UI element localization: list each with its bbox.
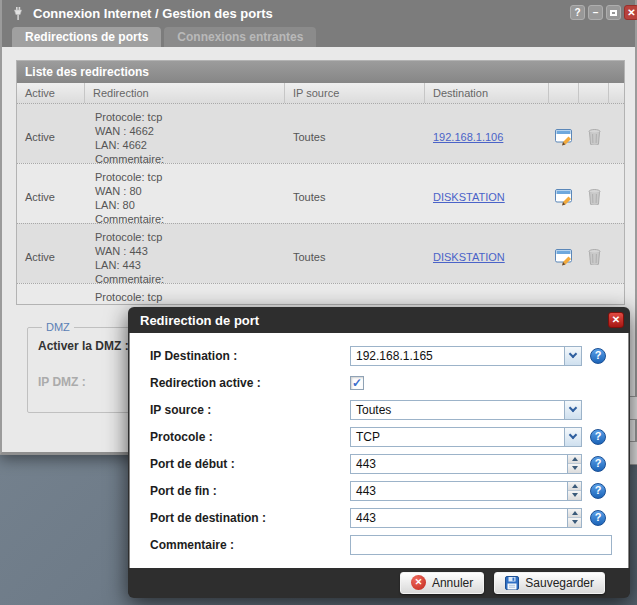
cancel-x-icon: ✕ bbox=[411, 575, 426, 590]
tab-redirections-de-ports[interactable]: Redirections de ports bbox=[12, 27, 161, 47]
dialog-body: IP Destination : 192.168.1.165 ? Redirec… bbox=[129, 333, 629, 568]
spin-up-icon[interactable] bbox=[568, 509, 581, 518]
port-fin-value: 443 bbox=[351, 482, 567, 500]
help-icon[interactable]: ? bbox=[590, 483, 606, 499]
row-active-status: Active bbox=[17, 104, 85, 170]
ip-source-label: IP source : bbox=[150, 403, 350, 417]
help-icon[interactable]: ? bbox=[590, 429, 606, 445]
row-ip-source: Toutes bbox=[285, 224, 425, 290]
cancel-button[interactable]: ✕ Annuler bbox=[400, 572, 484, 594]
row-redirection-details: Protocole: tcp bbox=[85, 284, 285, 304]
field-port-destination: Port de destination : 443 ? bbox=[130, 504, 628, 531]
port-destination-label: Port de destination : bbox=[150, 511, 350, 525]
delete-row-button[interactable] bbox=[579, 224, 609, 290]
row-active-status: Active bbox=[17, 224, 85, 290]
window-title: Connexion Internet / Gestion des ports bbox=[33, 6, 273, 21]
column-header-delete bbox=[579, 83, 609, 103]
dialog-title: Redirection de port bbox=[128, 313, 259, 328]
chevron-down-icon[interactable] bbox=[564, 401, 581, 419]
dialog-header: Redirection de port ✕ bbox=[128, 307, 630, 333]
field-port-debut: Port de début : 443 ? bbox=[130, 450, 628, 477]
table-row: Protocole: tcp bbox=[17, 283, 624, 304]
dialog-footer: ✕ Annuler Sauvegarder bbox=[128, 568, 630, 597]
row-active-status: Active bbox=[17, 164, 85, 230]
column-header-edit bbox=[549, 83, 579, 103]
help-window-button[interactable]: ? bbox=[570, 5, 585, 20]
row-ip-source: Toutes bbox=[285, 104, 425, 170]
network-plug-icon bbox=[10, 6, 26, 22]
help-icon[interactable]: ? bbox=[590, 510, 606, 526]
spin-up-icon[interactable] bbox=[568, 482, 581, 491]
edit-icon bbox=[555, 249, 574, 266]
spin-up-icon[interactable] bbox=[568, 455, 581, 464]
delete-row-button[interactable] bbox=[579, 164, 609, 230]
spin-down-icon[interactable] bbox=[568, 517, 581, 527]
destination-link[interactable]: DISKSTATION bbox=[433, 191, 505, 203]
row-filler bbox=[609, 164, 624, 230]
edit-row-button[interactable] bbox=[549, 224, 579, 290]
protocole-select[interactable]: TCP bbox=[350, 427, 582, 447]
port-debut-label: Port de début : bbox=[150, 457, 350, 471]
chevron-down-icon[interactable] bbox=[564, 428, 581, 446]
tab-bar: Redirections de ports Connexions entrant… bbox=[2, 27, 635, 47]
row-filler bbox=[609, 104, 624, 170]
dmz-legend: DMZ bbox=[42, 321, 74, 333]
edit-row-button[interactable] bbox=[549, 104, 579, 170]
row-redirection-details: Protocole: tcp WAN : 443 LAN: 443 Commen… bbox=[85, 224, 285, 290]
field-redirection-active: Redirection active : ✓ bbox=[130, 369, 628, 396]
table-row: Active Protocole: tcp WAN : 4662 LAN: 46… bbox=[17, 103, 624, 163]
port-fin-label: Port de fin : bbox=[150, 484, 350, 498]
save-button[interactable]: Sauvegarder bbox=[494, 572, 605, 594]
column-header-active: Active bbox=[17, 83, 85, 103]
help-icon[interactable]: ? bbox=[590, 348, 606, 364]
port-destination-value: 443 bbox=[351, 509, 567, 527]
delete-row-button[interactable] bbox=[579, 104, 609, 170]
destination-link[interactable]: DISKSTATION bbox=[433, 251, 505, 263]
column-header-redirection: Redirection bbox=[85, 83, 285, 103]
destination-link[interactable]: 192.168.1.106 bbox=[433, 131, 503, 143]
tab-connexions-entrantes[interactable]: Connexions entrantes bbox=[164, 27, 316, 47]
row-active-status bbox=[17, 284, 85, 304]
edit-row-button[interactable] bbox=[549, 164, 579, 230]
redirection-active-label: Redirection active : bbox=[150, 376, 350, 390]
spin-down-icon[interactable] bbox=[568, 490, 581, 500]
ip-source-select[interactable]: Toutes bbox=[350, 400, 582, 420]
maximize-button[interactable] bbox=[606, 5, 621, 20]
column-header-destination: Destination bbox=[425, 83, 549, 103]
close-window-button[interactable]: ✕ bbox=[624, 5, 637, 20]
port-destination-spinner[interactable]: 443 bbox=[350, 508, 582, 528]
table-row: Active Protocole: tcp WAN : 80 LAN: 80 C… bbox=[17, 163, 624, 223]
window-controls: ? – ✕ bbox=[570, 5, 637, 20]
maximize-icon bbox=[610, 10, 617, 16]
ip-destination-value: 192.168.1.165 bbox=[351, 349, 564, 363]
column-header-ip-source: IP source bbox=[285, 83, 425, 103]
minimize-button[interactable]: – bbox=[588, 5, 603, 20]
commentaire-input[interactable] bbox=[350, 535, 612, 555]
help-icon[interactable]: ? bbox=[590, 456, 606, 472]
port-debut-spinner[interactable]: 443 bbox=[350, 454, 582, 474]
row-filler bbox=[609, 224, 624, 290]
field-ip-destination: IP Destination : 192.168.1.165 ? bbox=[130, 342, 628, 369]
trash-icon bbox=[588, 249, 601, 265]
field-port-fin: Port de fin : 443 ? bbox=[130, 477, 628, 504]
column-header-filler bbox=[609, 83, 624, 103]
spin-down-icon[interactable] bbox=[568, 463, 581, 473]
save-button-label: Sauvegarder bbox=[525, 576, 594, 590]
row-redirection-details: Protocole: tcp WAN : 4662 LAN: 4662 Comm… bbox=[85, 104, 285, 170]
window-titlebar: Connexion Internet / Gestion des ports ?… bbox=[2, 0, 635, 27]
field-ip-source: IP source : Toutes bbox=[130, 396, 628, 423]
field-commentaire: Commentaire : bbox=[130, 531, 628, 558]
port-redirection-dialog: Redirection de port ✕ IP Destination : 1… bbox=[128, 307, 630, 598]
ip-destination-select[interactable]: 192.168.1.165 bbox=[350, 346, 582, 366]
edit-icon bbox=[555, 129, 574, 146]
port-fin-spinner[interactable]: 443 bbox=[350, 481, 582, 501]
chevron-down-icon[interactable] bbox=[564, 347, 581, 365]
table-row: Active Protocole: tcp WAN : 443 LAN: 443… bbox=[17, 223, 624, 283]
trash-icon bbox=[588, 189, 601, 205]
save-floppy-icon bbox=[505, 576, 519, 590]
desktop-background: Connexion Internet / Gestion des ports ?… bbox=[0, 0, 637, 605]
field-protocole: Protocole : TCP ? bbox=[130, 423, 628, 450]
redirection-active-checkbox[interactable]: ✓ bbox=[350, 376, 364, 390]
close-dialog-button[interactable]: ✕ bbox=[608, 312, 624, 328]
ip-destination-label: IP Destination : bbox=[150, 349, 350, 363]
